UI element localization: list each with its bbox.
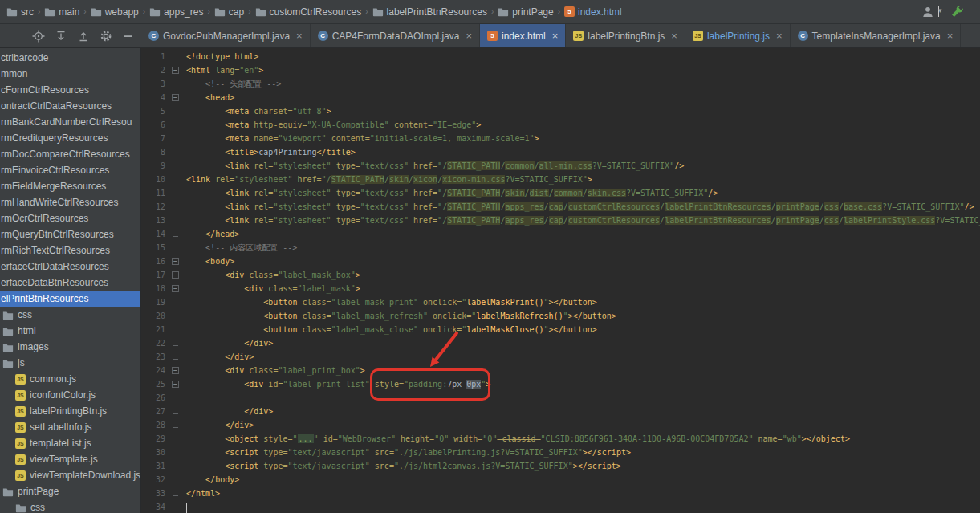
hide-icon[interactable] — [122, 30, 135, 43]
tree-item-rmCreditqueryResources[interactable]: rmCreditqueryResources — [0, 130, 140, 146]
fold-collapse-icon[interactable]: − — [172, 381, 179, 388]
tree-item-cFormCtrlResources[interactable]: cFormCtrlResources — [0, 82, 140, 98]
tree-item-rmHandWriteCtrlResources[interactable]: rmHandWriteCtrlResources — [0, 194, 140, 210]
code-line-21[interactable]: 21 <button class="label_mask_close" oncl… — [141, 323, 980, 336]
tab-index.html[interactable]: 5index.html× — [480, 24, 566, 47]
code-line-14[interactable]: 14 </head> — [141, 227, 980, 241]
locate-icon[interactable] — [32, 30, 45, 43]
code-line-18[interactable]: 18− <div class="label_mask"> — [141, 282, 980, 295]
code-line-32[interactable]: 32 </body> — [141, 473, 980, 487]
breadcrumb-item-index.html[interactable]: 5index.html — [563, 5, 624, 19]
fold-collapse-icon[interactable]: − — [172, 94, 179, 101]
tree-item-labelPrintingBtn.js[interactable]: JSlabelPrintingBtn.js — [0, 403, 140, 419]
tree-item-erfaceCtrlDataResources[interactable]: erfaceCtrlDataResources — [0, 259, 140, 275]
fold-marker[interactable]: − — [170, 364, 181, 377]
fold-marker[interactable]: − — [170, 63, 181, 77]
code-line-19[interactable]: 19 <button class="label_mask_print" oncl… — [141, 295, 980, 309]
fold-marker[interactable] — [170, 227, 181, 241]
tree-item-common.js[interactable]: JScommon.js — [0, 371, 140, 387]
tab-labelPrinting.js[interactable]: JSlabelPrinting.js× — [685, 24, 791, 47]
code-line-12[interactable]: 12 <link rel="stylesheet" type="text/css… — [141, 200, 980, 214]
code-line-33[interactable]: 33</html> — [141, 487, 980, 500]
code-line-5[interactable]: 5 <meta charset="utf-8"> — [141, 104, 980, 118]
tree-item-rmRichTextCtrlResources[interactable]: rmRichTextCtrlResources — [0, 242, 140, 259]
tree-item-setLabelInfo.js[interactable]: JSsetLabelInfo.js — [0, 419, 140, 435]
code-line-7[interactable]: 7 <meta name="viewport" content="initial… — [141, 132, 980, 145]
tree-item-rmQueryBtnCtrlResources[interactable]: rmQueryBtnCtrlResources — [0, 226, 140, 242]
code-line-4[interactable]: 4− <head> — [141, 91, 980, 104]
tab-TemplateInsManagerImpl.java[interactable]: CTemplateInsManagerImpl.java× — [791, 24, 962, 47]
code-line-8[interactable]: 8 <title>cap4Printing</title> — [141, 145, 980, 159]
breadcrumb-item-webapp[interactable]: webapp — [89, 5, 140, 19]
breadcrumb-item-src[interactable]: src — [5, 5, 35, 19]
fold-collapse-icon[interactable]: − — [172, 285, 179, 292]
fold-marker[interactable] — [170, 418, 181, 432]
tree-item-viewTemplate.js[interactable]: JSviewTemplate.js — [0, 451, 140, 467]
code-line-11[interactable]: 11 <link rel="stylesheet" type="text/css… — [141, 186, 980, 200]
tree-item-rmEinvoiceCtrlResources[interactable]: rmEinvoiceCtrlResources — [0, 162, 140, 178]
code-line-9[interactable]: 9 <link rel="stylesheet" type="text/css"… — [141, 159, 980, 173]
tree-item-viewTemplateDownload.js[interactable]: JSviewTemplateDownload.js — [0, 467, 140, 483]
code-editor[interactable]: 1<!doctype html>2−<html lang="en">3 <!--… — [141, 48, 980, 513]
wrench-icon[interactable] — [950, 5, 964, 18]
fold-marker[interactable] — [170, 350, 181, 364]
fold-collapse-icon[interactable]: − — [172, 67, 179, 74]
tab-CAP4FormDataDAOImpl.java[interactable]: CCAP4FormDataDAOImpl.java× — [311, 24, 480, 47]
tree-item-images[interactable]: images — [0, 339, 140, 355]
fold-marker[interactable]: − — [170, 268, 181, 282]
tree-item-iconfontColor.js[interactable]: JSiconfontColor.js — [0, 387, 140, 403]
fold-marker[interactable]: − — [170, 377, 181, 391]
fold-marker[interactable] — [170, 405, 181, 418]
tree-item-printPage[interactable]: printPage — [0, 483, 140, 499]
tree-item-erfaceDataBtnResources[interactable]: erfaceDataBtnResources — [0, 275, 140, 291]
tree-item-ontractCtrlDataResources[interactable]: ontractCtrlDataResources — [0, 98, 140, 114]
user-account-icon[interactable] — [921, 6, 934, 18]
tree-item-rmFieldMergeResources[interactable]: rmFieldMergeResources — [0, 178, 140, 194]
tab-GovdocPubManagerImpl.java[interactable]: CGovdocPubManagerImpl.java× — [141, 24, 311, 47]
fold-collapse-icon[interactable]: − — [172, 258, 179, 265]
fold-marker[interactable] — [170, 487, 181, 500]
fold-marker[interactable] — [170, 473, 181, 487]
tree-item-rmBankCardNumberCtrlResou[interactable]: rmBankCardNumberCtrlResou — [0, 114, 140, 130]
fold-collapse-icon[interactable]: − — [172, 271, 179, 279]
tree-item-js[interactable]: js — [0, 355, 140, 371]
breadcrumb-item-printPage[interactable]: printPage — [496, 5, 555, 19]
code-line-10[interactable]: 10<link rel="stylesheet" href="/STATIC_P… — [141, 173, 980, 186]
code-line-29[interactable]: 29 <object style="..." id="WebBrowser" h… — [141, 432, 980, 446]
fold-marker[interactable]: − — [170, 282, 181, 295]
tree-item-css[interactable]: css — [0, 307, 140, 323]
tree-item-templateList.js[interactable]: JStemplateList.js — [0, 435, 140, 451]
code-line-2[interactable]: 2−<html lang="en"> — [141, 63, 980, 77]
tab-close-icon[interactable]: × — [466, 31, 472, 41]
tab-labelPrintingBtn.js[interactable]: JSlabelPrintingBtn.js× — [566, 24, 685, 47]
code-line-22[interactable]: 22 </div> — [141, 336, 980, 350]
code-line-3[interactable]: 3 <!-- 头部配置 --> — [141, 77, 980, 91]
expand-all-icon[interactable] — [55, 30, 67, 43]
code-line-30[interactable]: 30 <script type="text/javascript" src=".… — [141, 446, 980, 459]
tree-item-rmDocCompareCtrlResources[interactable]: rmDocCompareCtrlResources — [0, 146, 140, 162]
fold-marker[interactable] — [170, 336, 181, 350]
code-line-31[interactable]: 31 <script type="text/javascript" src=".… — [141, 459, 980, 473]
breadcrumb-item-customCtrlResources[interactable]: customCtrlResources — [254, 5, 364, 19]
tree-item-mmon[interactable]: mmon — [0, 66, 140, 82]
breadcrumb-item-labelPrintBtnResources[interactable]: labelPrintBtnResources — [371, 5, 489, 19]
code-line-13[interactable]: 13 <link rel="stylesheet" type="text/css… — [141, 214, 980, 227]
code-line-28[interactable]: 28 </div> — [141, 418, 980, 432]
code-line-1[interactable]: 1<!doctype html> — [141, 50, 980, 63]
tree-item-ctrlbarcode[interactable]: ctrlbarcode — [0, 50, 140, 66]
fold-collapse-icon[interactable]: − — [172, 367, 179, 374]
code-line-15[interactable]: 15 <!-- 内容区域配置 --> — [141, 241, 980, 254]
fold-marker[interactable]: − — [170, 254, 181, 268]
tab-close-icon[interactable]: × — [947, 31, 954, 41]
tab-close-icon[interactable]: × — [296, 31, 303, 41]
fold-marker[interactable]: − — [170, 91, 181, 104]
breadcrumb-item-main[interactable]: main — [43, 5, 81, 19]
code-line-20[interactable]: 20 <button class="label_mask_refresh" on… — [141, 309, 980, 323]
code-line-27[interactable]: 27 </div> — [141, 405, 980, 418]
code-line-17[interactable]: 17− <div class="label_mask_box"> — [141, 268, 980, 282]
tab-close-icon[interactable]: × — [552, 31, 559, 41]
tab-close-icon[interactable]: × — [776, 31, 783, 41]
tree-item-css[interactable]: css — [0, 499, 140, 513]
code-line-6[interactable]: 6 <meta http-equiv="X-UA-Compatible" con… — [141, 118, 980, 132]
breadcrumb-item-cap[interactable]: cap — [213, 5, 246, 19]
